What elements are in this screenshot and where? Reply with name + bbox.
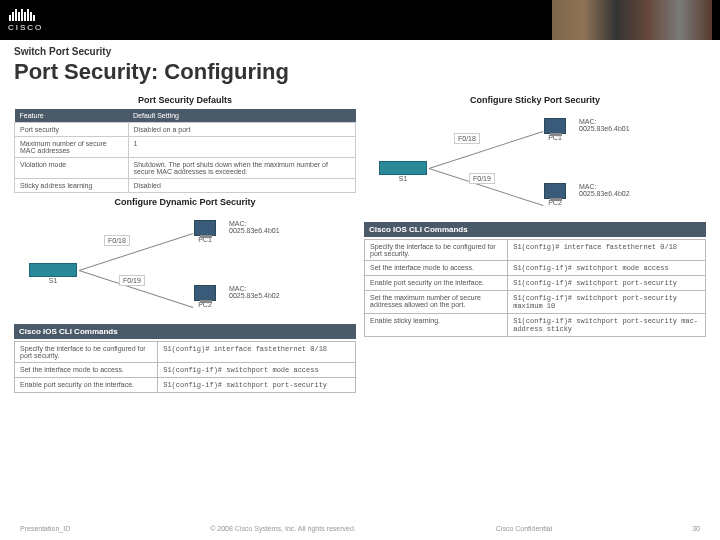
dynamic-cli-table: Specify the interface to be configured f… — [14, 341, 356, 393]
footer: Presentation_ID © 2008 Cisco Systems, In… — [0, 525, 720, 532]
switch-icon — [29, 263, 77, 277]
pc-icon — [544, 183, 566, 199]
page-title: Port Security: Configuring — [0, 57, 720, 91]
sticky-title: Configure Sticky Port Security — [364, 91, 706, 109]
table-row: Set the interface mode to access.S1(conf… — [15, 363, 356, 378]
cli-title: Cisco IOS CLI Commands — [364, 222, 706, 237]
table-row: Specify the interface to be configured f… — [365, 240, 706, 261]
dynamic-title: Configure Dynamic Port Security — [14, 193, 356, 211]
table-row: Enable sticky learning.S1(config-if)# sw… — [365, 314, 706, 337]
banner-image — [552, 0, 712, 40]
top-bar: CISCO — [0, 0, 720, 40]
defaults-table: FeatureDefault Setting Port securityDisa… — [14, 109, 356, 193]
table-row: Violation modeShutdown. The port shuts d… — [15, 158, 356, 179]
table-row: Port securityDisabled on a port — [15, 123, 356, 137]
defaults-title: Port Security Defaults — [14, 91, 356, 109]
table-row: Enable port security on the interface.S1… — [365, 276, 706, 291]
table-row: Maximum number of secure MAC addresses1 — [15, 137, 356, 158]
pc-icon — [194, 285, 216, 301]
dynamic-topology: S1 F0/18 F0/19 PC1 MAC: 0025.83e6.4b01 P… — [14, 215, 356, 320]
footer-mid: © 2008 Cisco Systems, Inc. All rights re… — [210, 525, 356, 532]
cli-title: Cisco IOS CLI Commands — [14, 324, 356, 339]
page-number: 30 — [692, 525, 700, 532]
table-row: Enable port security on the interface.S1… — [15, 378, 356, 393]
breadcrumb: Switch Port Security — [0, 40, 720, 57]
table-row: Set the maximum number of secure address… — [365, 291, 706, 314]
table-row: Sticky address learningDisabled — [15, 179, 356, 193]
sticky-topology: S1 F0/18 F0/19 PC1 MAC: 0025.83e6.4b01 P… — [364, 113, 706, 218]
pc-icon — [194, 220, 216, 236]
footer-right: Cisco Confidential — [496, 525, 552, 532]
pc-icon — [544, 118, 566, 134]
switch-icon — [379, 161, 427, 175]
cisco-logo: CISCO — [8, 9, 43, 32]
table-row: Specify the interface to be configured f… — [15, 342, 356, 363]
footer-left: Presentation_ID — [20, 525, 70, 532]
table-row: Set the interface mode to access.S1(conf… — [365, 261, 706, 276]
sticky-cli-table: Specify the interface to be configured f… — [364, 239, 706, 337]
